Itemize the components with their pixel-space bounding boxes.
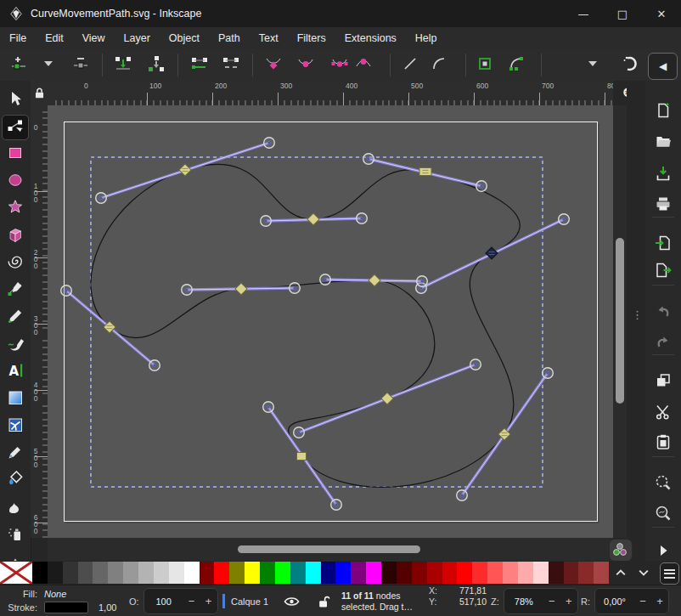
palette-scroll-down-button[interactable] [632, 561, 655, 585]
tool-gradient[interactable] [3, 387, 28, 411]
insert-node-menu-button[interactable] [39, 56, 58, 75]
rotation-value[interactable]: 0,00° [595, 596, 634, 607]
vertical-scrollbar-thumb[interactable] [616, 238, 624, 404]
swatch-008080[interactable] [290, 562, 306, 584]
swatch-000000[interactable] [32, 562, 48, 584]
undo-button[interactable] [655, 304, 672, 321]
canvas[interactable] [48, 105, 613, 538]
swatch-800000[interactable] [200, 562, 215, 584]
tool-star[interactable] [3, 197, 28, 221]
tool-spray[interactable] [3, 523, 28, 547]
stroke-color-swatch[interactable] [44, 602, 88, 613]
color-managed-display-toggle[interactable] [609, 539, 633, 562]
swatch-8a2929[interactable] [578, 562, 594, 584]
swatch-808000[interactable] [229, 562, 245, 584]
path-node-1[interactable] [179, 164, 191, 176]
swatch-ffd5d5[interactable] [533, 562, 549, 584]
swatch-ff5555[interactable] [487, 562, 503, 584]
tool-mesh[interactable] [3, 415, 28, 438]
dialog-resize-handle[interactable]: ⋮ [632, 312, 643, 318]
path-node-2[interactable] [307, 213, 319, 225]
opacity-increase-button[interactable]: + [200, 595, 217, 608]
import-button[interactable] [655, 236, 672, 253]
make-smooth-node-button[interactable] [296, 56, 315, 75]
cut-button[interactable] [655, 405, 672, 422]
horizontal-scrollbar[interactable] [48, 538, 613, 561]
swatch-ff00ff[interactable] [366, 562, 381, 584]
path-node-5[interactable] [235, 283, 247, 295]
insert-node-button[interactable] [9, 56, 28, 75]
menu-filters[interactable]: Filters [288, 27, 335, 49]
opacity-decrease-button[interactable]: − [183, 595, 200, 608]
swatch-none[interactable] [0, 562, 32, 584]
menu-view[interactable]: View [73, 27, 115, 49]
tool-node[interactable] [3, 116, 28, 139]
stroke-width-value[interactable]: 1,00 [98, 602, 116, 613]
duplicate-button[interactable] [655, 374, 672, 391]
tool-dropper[interactable] [3, 442, 28, 466]
palette-menu-button[interactable] [660, 562, 679, 585]
swatch-ff0000[interactable] [457, 562, 472, 584]
object-to-path-button[interactable] [476, 56, 494, 75]
tool-pen[interactable] [3, 279, 28, 302]
swatch-666666[interactable] [93, 562, 108, 584]
export-button[interactable] [655, 263, 672, 280]
menu-text[interactable]: Text [250, 27, 288, 49]
swatch-a64444[interactable] [594, 562, 609, 584]
path-node-6[interactable] [369, 274, 380, 286]
make-line-segment-button[interactable] [401, 56, 419, 75]
collapse-panel-button[interactable]: ◀ [648, 53, 678, 80]
zoom-drawing-button[interactable] [655, 506, 672, 523]
bezier-path[interactable] [91, 164, 520, 487]
palette-scroll-up-button[interactable] [609, 561, 632, 585]
swatch-e6e6e6[interactable] [169, 562, 184, 584]
path-node-3[interactable] [419, 168, 431, 176]
tool-box-3d[interactable] [3, 224, 28, 248]
redo-button[interactable] [655, 335, 672, 352]
menu-file[interactable]: File [0, 27, 36, 49]
swatch-b3b3b3[interactable] [138, 562, 154, 584]
join-with-segment-button[interactable] [190, 56, 209, 75]
swatch-661a1a[interactable] [564, 562, 579, 584]
new-document-button[interactable] [655, 104, 672, 121]
swatch-d40000[interactable] [442, 562, 458, 584]
save-button[interactable] [655, 167, 672, 184]
tool-calligraphy[interactable] [3, 333, 28, 357]
path-editing-overlay[interactable] [48, 105, 613, 538]
tool-pencil[interactable] [3, 306, 28, 330]
swatch-00ff00[interactable] [275, 562, 290, 584]
delete-node-button[interactable] [71, 56, 90, 75]
zoom-value[interactable]: 78% [504, 596, 543, 607]
tool-paint-bucket[interactable] [3, 469, 28, 493]
menu-edit[interactable]: Edit [36, 27, 73, 49]
make-curve-segment-button[interactable] [430, 56, 448, 75]
menu-object[interactable]: Object [160, 27, 209, 49]
layer-visibility-eye-icon[interactable] [284, 596, 300, 608]
swatch-ffffff[interactable] [184, 562, 200, 584]
make-auto-smooth-node-button[interactable] [354, 56, 373, 75]
tool-rectangle[interactable] [3, 143, 28, 167]
swatch-ffaaaa[interactable] [518, 562, 533, 584]
lock-guides-toggle[interactable] [31, 81, 48, 105]
minimize-button[interactable]: — [564, 0, 603, 27]
open-button[interactable] [655, 134, 672, 151]
swatch-008000[interactable] [260, 562, 275, 584]
tool-text[interactable]: A [3, 360, 28, 384]
swatch-2b0000[interactable] [381, 562, 397, 584]
paste-button[interactable] [655, 435, 672, 452]
swatch-333333[interactable] [63, 562, 78, 584]
make-symmetric-node-button[interactable] [330, 56, 349, 75]
fill-value[interactable]: None [44, 589, 66, 599]
zoom-decrease-button[interactable]: − [543, 595, 560, 608]
horizontal-ruler[interactable]: 0100200300400500600700800 [48, 81, 613, 105]
layer-name[interactable]: Calque 1 [231, 596, 268, 607]
stroke-to-path-button[interactable] [507, 56, 526, 75]
menu-path[interactable]: Path [209, 27, 250, 49]
path-node-8[interactable] [381, 393, 393, 404]
maximize-button[interactable]: □ [603, 0, 642, 27]
delete-segment-button[interactable] [222, 56, 240, 75]
swatch-808080[interactable] [108, 562, 123, 584]
tool-selector[interactable] [3, 88, 28, 112]
horizontal-scrollbar-thumb[interactable] [238, 545, 420, 553]
swatch-ffff00[interactable] [245, 562, 260, 584]
